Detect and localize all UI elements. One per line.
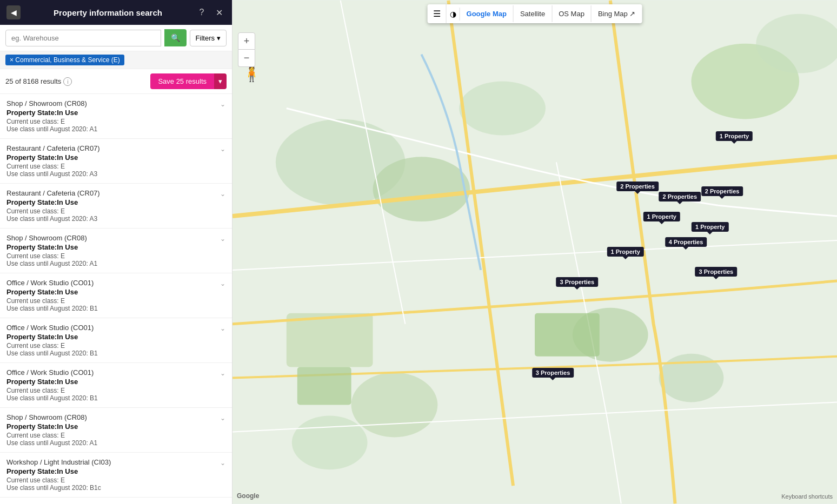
- result-class: Current use class: E: [6, 387, 225, 394]
- back-button[interactable]: ◀: [6, 5, 21, 19]
- results-count: 25 of 8168 results i: [5, 77, 72, 86]
- map-toolbar: ☰ ◑ Google Map Satellite OS Map Bing Map…: [428, 4, 642, 23]
- chevron-right-icon: ⌄: [220, 235, 225, 243]
- result-class: Current use class: E: [6, 476, 225, 484]
- search-icon: 🔍: [171, 33, 180, 42]
- map-menu-button[interactable]: ☰: [428, 4, 447, 23]
- result-class: Current use class: E: [6, 342, 225, 350]
- filter-tag-label: × Commercial, Business & Service (E): [10, 56, 120, 64]
- chevron-right-icon: ⌄: [220, 459, 225, 467]
- result-state: Property State:In Use: [6, 333, 225, 341]
- chevron-right-icon: ⌄: [220, 414, 225, 422]
- result-class: Current use class: E: [6, 297, 225, 305]
- chevron-right-icon: ⌄: [220, 369, 225, 377]
- street-view-person-icon[interactable]: 🧍: [242, 65, 261, 83]
- result-state: Property State:In Use: [6, 198, 225, 206]
- save-dropdown-button[interactable]: ▾: [214, 73, 227, 89]
- svg-point-9: [351, 373, 438, 438]
- result-state: Property State:In Use: [6, 467, 225, 475]
- result-state: Property State:In Use: [6, 243, 225, 251]
- svg-rect-4: [287, 313, 373, 367]
- svg-point-3: [459, 82, 546, 136]
- result-state: Property State:In Use: [6, 109, 225, 117]
- chevron-right-icon: ⌄: [220, 190, 225, 198]
- zoom-out-button[interactable]: −: [238, 50, 255, 67]
- chevron-right-icon: ⌄: [220, 280, 225, 287]
- map-tab-google[interactable]: Google Map: [460, 5, 514, 22]
- result-state: Property State:In Use: [6, 422, 225, 431]
- result-class-until: Use class until August 2020: B1: [6, 305, 225, 312]
- filter-tags-bar: × Commercial, Business & Service (E): [0, 51, 232, 69]
- result-class-until: Use class until August 2020: A3: [6, 215, 225, 223]
- result-item[interactable]: Office / Work Studio (CO01) Property Sta…: [0, 318, 232, 363]
- result-state: Property State:In Use: [6, 288, 225, 296]
- chevron-right-icon: ⌄: [220, 100, 225, 108]
- filters-label: Filters: [196, 34, 215, 42]
- keyboard-shortcuts: Keyboard shortcuts: [781, 493, 833, 500]
- svg-rect-11: [535, 313, 600, 357]
- map-toggle-button[interactable]: ◑: [447, 8, 460, 21]
- result-class-until: Use class until August 2020: A1: [6, 260, 225, 267]
- result-type: Restaurant / Cafeteria (CR07): [6, 144, 225, 152]
- result-item[interactable]: Shop / Showroom (CR08) Property State:In…: [0, 229, 232, 273]
- map-tab-os[interactable]: OS Map: [552, 5, 592, 22]
- result-type: Office / Work Studio (CO01): [6, 279, 225, 287]
- result-item[interactable]: Shop / Showroom (CR08) Property State:In…: [0, 94, 232, 139]
- result-class-until: Use class until August 2020: A3: [6, 170, 225, 178]
- result-class-until: Use class until August 2020: B1: [6, 350, 225, 357]
- zoom-controls: + −: [238, 32, 255, 67]
- result-class-until: Use class until August 2020: B1c: [6, 484, 225, 492]
- svg-point-2: [373, 157, 470, 221]
- result-state: Property State:In Use: [6, 153, 225, 162]
- map-tab-satellite[interactable]: Satellite: [514, 5, 552, 22]
- result-item[interactable]: Office / Work Studio (CO01) Property Sta…: [0, 363, 232, 408]
- close-button[interactable]: ✕: [212, 6, 225, 19]
- result-class-until: Use class until August 2020: A1: [6, 125, 225, 133]
- result-type: Shop / Showroom (CR08): [6, 99, 225, 107]
- chevron-down-icon: ▾: [217, 34, 221, 42]
- search-input[interactable]: [5, 30, 161, 46]
- save-results-button[interactable]: Save 25 results: [150, 73, 214, 89]
- result-type: Workshop / Light Industrial (CI03): [6, 458, 225, 466]
- svg-rect-12: [297, 367, 351, 405]
- map-container: ☰ ◑ Google Map Satellite OS Map Bing Map…: [232, 0, 837, 504]
- results-bar: 25 of 8168 results i Save 25 results ▾: [0, 69, 232, 94]
- panel-title: Property information search: [25, 8, 191, 17]
- result-item[interactable]: Workshop / Light Industrial (CI03) Prope…: [0, 453, 232, 498]
- result-item[interactable]: Office / Work Studio (CO01) Property Sta…: [0, 273, 232, 318]
- filters-button[interactable]: Filters ▾: [190, 30, 227, 46]
- result-type: Restaurant / Cafeteria (CR07): [6, 189, 225, 197]
- result-class: Current use class: E: [6, 118, 225, 125]
- result-class-until: Use class until August 2020: A1: [6, 439, 225, 447]
- result-class: Current use class: E: [6, 252, 225, 260]
- result-item[interactable]: Restaurant / Cafeteria (CR07) Property S…: [0, 139, 232, 184]
- result-type: Shop / Showroom (CR08): [6, 413, 225, 421]
- map-tab-bing[interactable]: Bing Map ↗: [592, 5, 642, 22]
- result-item[interactable]: Shop / Showroom (CR08) Property State:In…: [0, 408, 232, 453]
- panel-header: ◀ Property information search ? ✕: [0, 0, 232, 25]
- map-background: [232, 0, 837, 504]
- result-type: Office / Work Studio (CO01): [6, 324, 225, 332]
- result-type: Shop / Showroom (CR08): [6, 234, 225, 242]
- result-class: Current use class: E: [6, 432, 225, 439]
- result-type: Office / Work Studio (CO01): [6, 368, 225, 377]
- search-button[interactable]: 🔍: [164, 29, 187, 46]
- result-class-until: Use class until August 2020: B1: [6, 394, 225, 402]
- svg-point-10: [292, 415, 368, 469]
- result-item[interactable]: Restaurant / Cafeteria (CR07) Property S…: [0, 184, 232, 229]
- chevron-right-icon: ⌄: [220, 145, 225, 153]
- chevron-right-icon: ⌄: [220, 325, 225, 332]
- result-item[interactable]: Office / Work Studio (CO01) Property Sta…: [0, 498, 232, 504]
- info-icon[interactable]: i: [63, 77, 72, 86]
- search-bar: 🔍 Filters ▾: [0, 25, 232, 51]
- results-count-text: 25 of 8168 results: [5, 77, 61, 85]
- left-panel: ◀ Property information search ? ✕ 🔍 Filt…: [0, 0, 232, 504]
- active-filter-tag[interactable]: × Commercial, Business & Service (E): [5, 55, 124, 65]
- results-list: Shop / Showroom (CR08) Property State:In…: [0, 94, 232, 504]
- save-button-group: Save 25 results ▾: [150, 73, 227, 89]
- zoom-in-button[interactable]: +: [238, 32, 255, 50]
- google-logo: Google: [237, 492, 259, 500]
- help-button[interactable]: ?: [195, 6, 208, 19]
- result-state: Property State:In Use: [6, 378, 225, 386]
- result-class: Current use class: E: [6, 163, 225, 170]
